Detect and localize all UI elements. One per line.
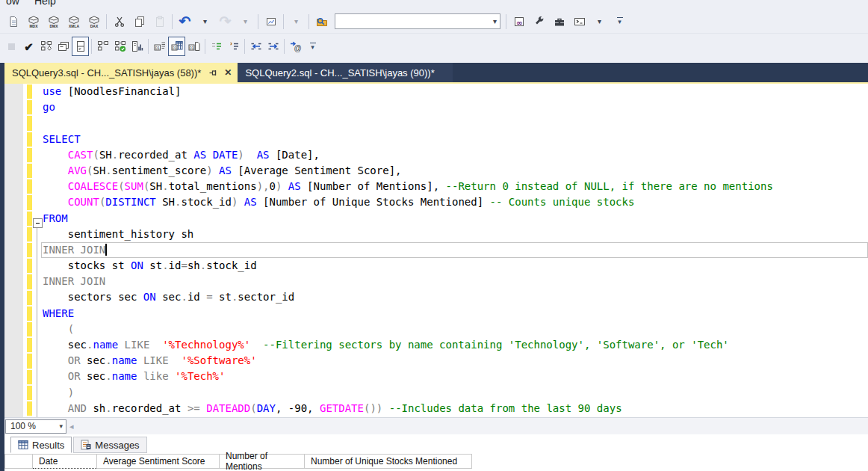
results-to-file-icon[interactable]: 01 <box>185 37 202 56</box>
code-token: total_mentions <box>169 180 257 192</box>
grid-corner-cell[interactable] <box>4 454 33 469</box>
code-token <box>206 149 212 161</box>
command-window-icon[interactable] <box>569 12 589 31</box>
command-window-dropdown-icon[interactable]: ▾ <box>589 12 610 31</box>
results-pane-toggle-icon[interactable] <box>72 37 89 56</box>
live-query-stats-icon[interactable] <box>111 37 128 56</box>
horizontal-scrollbar[interactable]: ◂ <box>69 419 868 434</box>
code-line[interactable]: WHERE <box>41 306 868 321</box>
new-query-icon[interactable] <box>3 12 23 31</box>
code-line[interactable] <box>41 115 868 131</box>
results-to-text-icon[interactable]: 01 <box>151 37 168 56</box>
menu-item-help[interactable]: Help <box>34 0 56 7</box>
actual-plan-icon[interactable] <box>94 37 111 56</box>
code-token: [Number of Mentions], <box>301 180 446 192</box>
code-token: SH <box>156 196 175 208</box>
code-line[interactable]: sectors sec ON sec.id = st.sector_id <box>41 289 868 305</box>
uncomment-icon[interactable] <box>225 37 242 56</box>
window-left-edge <box>0 82 4 471</box>
undo-icon[interactable]: ↶ <box>175 12 195 31</box>
cut-icon[interactable] <box>109 12 129 31</box>
activity-chart-icon[interactable] <box>261 12 281 31</box>
comment-out-icon[interactable] <box>208 37 225 56</box>
code-line[interactable]: sentiment_history sh <box>41 227 868 242</box>
code-token: AS <box>288 180 301 192</box>
code-line[interactable]: INNER JOIN <box>41 242 868 258</box>
column-header-unique-stocks[interactable]: Number of Unique Stocks Mentioned <box>305 454 472 469</box>
code-token: name <box>112 354 137 366</box>
menu-item-window[interactable]: ow <box>6 0 19 7</box>
decrease-indent-icon[interactable] <box>247 37 264 56</box>
code-line[interactable]: sec.name LIKE '%Technology%' --Filtering… <box>41 337 868 353</box>
code-line[interactable]: AND sh.recorded_at >= DATEADD(DAY, -90, … <box>41 401 868 416</box>
code-token <box>282 180 288 192</box>
code-line[interactable]: use [NoodlesFinancial] <box>41 84 868 99</box>
code-line[interactable]: FROM <box>41 211 868 227</box>
tab-messages[interactable]: Messages <box>73 437 146 453</box>
code-token: sec <box>156 291 182 303</box>
code-line[interactable]: SELECT <box>41 132 868 147</box>
undo-dropdown-icon[interactable]: ▾ <box>195 12 215 31</box>
column-header-mentions[interactable]: Number of Mentions <box>220 454 305 469</box>
code-line[interactable]: COUNT(DISTINCT SH.stock_id) AS [Number o… <box>41 194 868 210</box>
code-line[interactable]: stocks st ON st.id=sh.stock_id <box>41 258 868 274</box>
code-token: '%Tech%' <box>175 370 225 382</box>
code-line[interactable]: ( <box>41 321 868 337</box>
dax-query-icon[interactable]: DAX <box>84 12 104 31</box>
code-token: OR <box>68 354 81 366</box>
xmla-query-icon[interactable]: XMLA <box>63 12 84 31</box>
code-line[interactable]: COALESCE(SUM(SH.total_mentions),0) AS [N… <box>41 179 868 194</box>
tab-results[interactable]: Results <box>10 437 72 453</box>
vs-window-icon[interactable]: ∞ <box>509 12 529 31</box>
tab-sqlquery2[interactable]: SQLQuery2.sql - CH..._SATISH\jayas (90))… <box>238 63 452 82</box>
scroll-left-icon[interactable]: ◂ <box>69 422 74 431</box>
dmx-query-icon[interactable]: DMX <box>43 12 63 31</box>
toolbar-separator <box>148 39 149 54</box>
code-token: SELECT <box>43 133 81 145</box>
wrench-icon[interactable] <box>529 12 549 31</box>
code-token: '%Technology%' <box>162 339 250 351</box>
toolbar-separator <box>106 14 107 29</box>
copy-icon[interactable] <box>129 12 149 31</box>
code-token: DISTINCT <box>105 196 155 208</box>
code-token: sec <box>81 370 106 382</box>
code-token <box>43 323 68 335</box>
code-line[interactable]: OR sec.name like '%Tech%' <box>41 369 868 384</box>
svg-text:DAX: DAX <box>90 23 98 28</box>
mdx-query-icon[interactable]: MDX <box>23 12 43 31</box>
toolbar-overflow-icon[interactable]: ▾ <box>610 12 630 31</box>
column-header-date[interactable]: Date <box>33 454 97 469</box>
template-parameters-icon[interactable]: @ <box>287 37 304 56</box>
pin-icon[interactable] <box>208 68 218 78</box>
code-line[interactable]: INNER JOIN <box>41 274 868 289</box>
code-line[interactable]: OR sec.name LIKE '%Software%' <box>41 353 868 369</box>
code-token: AS <box>244 196 257 208</box>
collapse-region-icon[interactable] <box>33 218 43 228</box>
query-window-icon[interactable] <box>55 37 72 56</box>
code-editor[interactable]: use [NoodlesFinancial]goSELECT CAST(SH.r… <box>0 84 868 417</box>
parse-icon[interactable]: ✔ <box>20 37 37 56</box>
toolbar-search-combobox[interactable]: ▾ <box>335 13 500 29</box>
code-line[interactable]: ) <box>41 385 868 401</box>
find-in-files-icon[interactable] <box>311 12 332 31</box>
code-line[interactable]: AVG(SH.sentiment_score) AS [Average Sent… <box>41 163 868 179</box>
increase-indent-icon[interactable] <box>264 37 282 56</box>
svg-text:∞: ∞ <box>516 18 522 26</box>
code-token: use <box>43 85 61 97</box>
combo-dropdown-icon[interactable]: ▾ <box>490 18 500 25</box>
code-token <box>250 339 263 351</box>
client-stats-icon[interactable] <box>128 37 146 56</box>
code-line[interactable]: go <box>41 99 868 115</box>
toolbox-icon[interactable] <box>549 12 569 31</box>
estimated-plan-icon[interactable] <box>37 37 55 56</box>
code-line[interactable]: CAST(SH.recorded_at AS DATE) AS [Date], <box>41 147 868 163</box>
results-to-grid-icon[interactable]: 01 <box>168 37 185 56</box>
close-icon[interactable]: ✕ <box>224 67 232 78</box>
toolbar2-overflow-icon[interactable]: ▾ <box>304 37 321 56</box>
column-header-avg-sentiment[interactable]: Average Sentiment Score <box>97 454 220 469</box>
zoom-dropdown-icon[interactable]: ▾ <box>56 422 66 430</box>
code-token <box>200 402 206 414</box>
tab-sqlquery3[interactable]: SQLQuery3.sql - CH..._SATISH\jayas (58))… <box>4 63 238 82</box>
zoom-level-select[interactable]: 100 % ▾ <box>5 419 66 434</box>
code-token: . <box>162 259 168 271</box>
